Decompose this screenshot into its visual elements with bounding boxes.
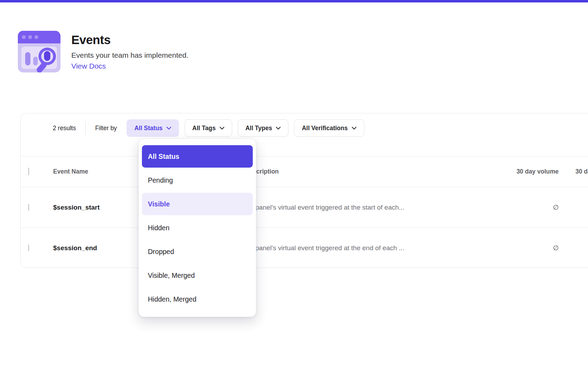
dropdown-item-visible-merged[interactable]: Visible, Merged [142, 264, 253, 287]
chevron-down-icon [276, 127, 281, 130]
page-header: Events Events your team has implemented.… [18, 31, 188, 74]
row-checkbox[interactable] [28, 245, 29, 251]
event-description: Mixpanel's virtual event triggered at th… [245, 244, 405, 252]
events-table-card: 2 results Filter by All Status All Tags … [20, 113, 588, 268]
filter-types-label: All Types [245, 125, 272, 132]
filter-verifications-button[interactable]: All Verifications [294, 119, 364, 137]
table-row[interactable]: $session_end Mixpanel's virtual event tr… [21, 227, 588, 268]
dropdown-item-hidden[interactable]: Hidden [142, 217, 253, 239]
column-header-description[interactable]: Description [245, 168, 405, 175]
filter-status-label: All Status [134, 125, 163, 132]
select-all-checkbox[interactable] [28, 168, 29, 175]
column-header-30-day-volume[interactable]: 30 day volume [405, 168, 559, 175]
filter-verifications-label: All Verifications [302, 125, 347, 132]
column-header-30-day-users[interactable]: 30 day users [559, 168, 588, 175]
event-30-day-volume: ∅ [405, 203, 559, 211]
dropdown-item-hidden-merged[interactable]: Hidden, Merged [142, 288, 253, 310]
event-description: Mixpanel's virtual event triggered at th… [245, 204, 405, 211]
filter-status-button[interactable]: All Status [127, 119, 179, 137]
dropdown-item-dropped[interactable]: Dropped [142, 240, 253, 263]
table-header-row: Event Name Description 30 day volume 30 … [21, 156, 588, 187]
table-row[interactable]: $session_start Mixpanel's virtual event … [21, 187, 588, 227]
toolbar-divider [85, 121, 86, 135]
top-accent-bar [0, 0, 588, 2]
page-subtitle: Events your team has implemented. [71, 51, 188, 59]
chevron-down-icon [220, 127, 224, 130]
filter-tags-button[interactable]: All Tags [185, 119, 232, 137]
view-docs-link[interactable]: View Docs [71, 62, 188, 70]
events-browser-chart-icon [18, 31, 60, 74]
filter-types-button[interactable]: All Types [238, 119, 289, 137]
chevron-down-icon [352, 127, 357, 130]
dropdown-item-all-status[interactable]: All Status [142, 145, 253, 168]
event-30-day-volume: ∅ [405, 244, 559, 252]
dropdown-item-pending[interactable]: Pending [142, 169, 253, 191]
row-checkbox[interactable] [28, 204, 29, 211]
dropdown-item-visible[interactable]: Visible [142, 193, 253, 215]
filter-toolbar: 2 results Filter by All Status All Tags … [21, 113, 588, 156]
filter-tags-label: All Tags [192, 125, 216, 132]
chevron-down-icon [166, 127, 171, 130]
results-count: 2 results [53, 125, 76, 132]
status-filter-dropdown: All Status Pending Visible Hidden Droppe… [138, 139, 256, 317]
filter-by-label: Filter by [95, 125, 117, 132]
page-title: Events [71, 33, 188, 47]
